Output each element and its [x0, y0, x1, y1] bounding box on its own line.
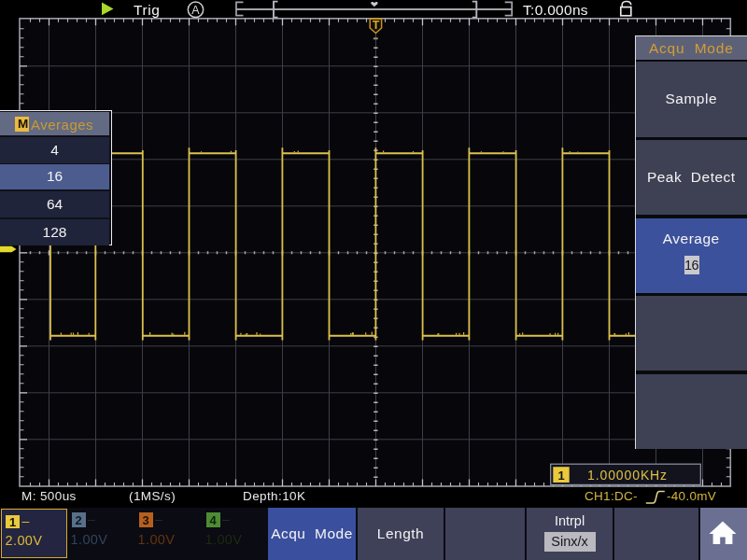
- svg-text:A: A: [191, 4, 200, 17]
- svg-text:1: 1: [557, 469, 564, 483]
- svg-text:T: T: [373, 19, 380, 32]
- svg-text:1.00000KHz: 1.00000KHz: [587, 468, 668, 483]
